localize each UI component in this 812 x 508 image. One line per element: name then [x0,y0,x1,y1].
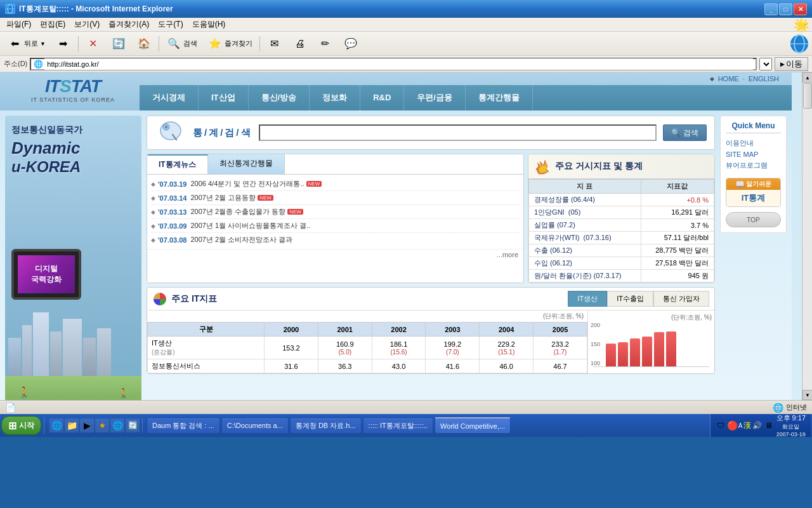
tab-latest-stats[interactable]: 최신통계간행물 [208,154,285,174]
quick-menu-area: Quick Menu 이용안내 SITE MAP 뷰어프로그램 📖 알기쉬운 I… [720,116,787,400]
site-header: ◆ HOME · ENGLISH 거시경제 IT산업 통신/방송 정보화 R&D… [0,72,792,110]
media-quick-launch[interactable]: ▶ [80,418,94,432]
table-row: 정보통신서비스 31.6 36.3 43.0 41.6 46.0 46.7 [148,359,587,373]
menu-favorites[interactable]: 즐겨찾기(A) [105,18,153,31]
task-daum[interactable]: Daum 통합 검색 : ... [147,417,220,434]
news-title[interactable]: 2007년 1월 사이버쇼핑몰통계조사 결.. [190,221,310,231]
menu-edit[interactable]: 편집(E) [36,18,69,31]
tab-telecom-subscribers[interactable]: 통신 가입자 [653,291,709,307]
it-index-tabs: IT생산 IT수출입 통신 가입자 [568,291,709,307]
nav-stats-pub[interactable]: 통계간행물 [466,85,533,110]
list-item: ◆ '07.03.13 2007년 2월종 수출입물가 동향 NEW [151,205,520,219]
stats-col-label: 지 표 [529,180,641,194]
news-title[interactable]: 2007년 2월 고용동향 [190,193,256,203]
task-stats-db[interactable]: 통계청 DB 자료.h... [290,417,362,434]
nav-it-industry[interactable]: IT산업 [199,85,249,110]
scroll-thumb[interactable] [803,83,812,109]
refresh-button[interactable]: 🔄 [107,34,131,53]
easy-content[interactable]: IT통계 [726,190,780,206]
taskbar-tasks: Daum 통합 검색 : ... C:\Documents a... 통계청 D… [144,417,513,434]
mail-button[interactable]: ✉ [263,34,287,53]
search-magnifier-icon: 🔍 [671,128,681,137]
menu-bar: 파일(F) 편집(E) 보기(V) 즐겨찾기(A) 도구(T) 도움말(H) 🌟 [0,18,812,32]
scroll-down-arrow[interactable]: ▼ [802,390,812,400]
address-dropdown[interactable] [759,58,772,70]
news-title[interactable]: 2006 4/4분기 및 연간 전자상거래통.. [190,179,304,189]
star-icon: ⭐ [207,36,223,51]
folder-quick-launch[interactable]: 📁 [65,418,79,432]
address-input[interactable] [44,58,753,70]
close-button[interactable]: ✕ [794,3,807,15]
menu-help[interactable]: 도움말(H) [188,18,230,31]
lang-indicator[interactable]: 🔴 A 漢 [727,420,751,431]
start-button[interactable]: ⊞ 시작 [1,416,41,435]
tab-it-trade[interactable]: IT수출입 [607,291,653,307]
nav-postal[interactable]: 우편/금융 [404,85,466,110]
table-row: IT생산(증감률) 153.2 160.9(5.0) 186.1(15.6) 1… [148,337,587,359]
menu-file[interactable]: 파일(F) [3,18,35,31]
task-documents[interactable]: C:\Documents a... [221,417,289,434]
stats-section: 주요 거시지표 및 통계 지 표 지표값 경제성장률 (06.4/4)+0.8 … [528,154,715,283]
edit-button[interactable]: ✏ [313,34,337,53]
stop-button[interactable]: ✕ [81,34,105,53]
search-box: 통/계/검/색 🔍 검색 [147,116,715,150]
table-row: 원/달러 환율(기준) (07.3.17)945 원 [529,270,714,283]
discuss-button[interactable]: 💬 [339,34,363,53]
nav-info[interactable]: 정보화 [310,85,360,110]
scrollbar[interactable]: ▲ ▼ [802,72,812,400]
it-table: 구분 2000 2001 2002 2003 2004 2005 [147,322,587,373]
it-chart-area: (단위:조원, %) 200 150 100 [587,311,714,373]
tab-it-production[interactable]: IT생산 [568,291,607,307]
lang-button[interactable]: A [738,422,743,429]
stats-icon [534,157,551,175]
list-item: ◆ '07.03.19 2006 4/4분기 및 연간 전자상거래통.. NEW [151,177,520,191]
menu-tools[interactable]: 도구(T) [154,18,187,31]
task-itstat[interactable]: ::::: IT통계포탈:::::.. [363,417,434,434]
search-box-icon [155,120,187,145]
discuss-icon: 💬 [343,36,358,51]
search-toolbar-button[interactable]: 🔍 검색 [162,34,202,53]
news-title[interactable]: 2007년 2월 소비자전망조사 결과 [190,235,292,244]
it-table-wrap: (단위:조원, %) 구분 2000 2001 2002 2003 [147,311,587,373]
search-input[interactable] [259,124,657,141]
stats-title: 주요 거시지표 및 통계 [555,161,643,172]
nav-rd[interactable]: R&D [360,85,404,110]
top-button[interactable]: TOP [726,212,781,227]
stop-icon: ✕ [86,36,101,51]
window-title: IT통계포탈::::: - Microsoft Internet Explore… [19,4,764,15]
back-button[interactable]: ⬅ 뒤로 ▼ [3,34,50,53]
menu-view[interactable]: 보기(V) [70,18,103,31]
print-button[interactable]: 🖨 [288,34,312,53]
favorites-toolbar-button[interactable]: ⭐ 즐겨찾기 [203,34,257,53]
edit-icon: ✏ [318,36,333,51]
home-button[interactable]: 🏠 [132,34,156,53]
logo-area: ITSTAT IT STATISTICS OF KOREA [6,76,140,103]
go-button[interactable]: ▶ 이동 [775,57,808,71]
news-title[interactable]: 2007년 2월종 수출입물가 동향 [190,207,285,217]
sync-quick-launch[interactable]: 🔄 [126,418,140,432]
tab-it-news[interactable]: IT통계뉴스 [147,154,208,174]
more-link[interactable]: ...more [147,249,523,260]
qm-link-guide[interactable]: 이용안내 [726,137,781,149]
minimize-button[interactable]: _ [764,3,778,15]
volume-tray-icon[interactable]: 🔊 [752,420,763,431]
ie2-quick-launch[interactable]: 🌐 [110,418,124,432]
new-badge: NEW [306,181,322,187]
qm-link-sitemap[interactable]: SITE MAP [726,149,781,159]
search-button[interactable]: 🔍 검색 [663,124,707,141]
nav-telecom[interactable]: 통신/방송 [249,85,310,110]
ie-quick-launch[interactable]: 🌐 [49,418,63,432]
scroll-up-arrow[interactable]: ▲ [802,72,812,83]
forward-button[interactable]: ➡ [51,34,75,53]
qm-link-viewer[interactable]: 뷰어프로그램 [726,159,781,171]
table-row: 수출 (06.12)28,775 백만 달러 [529,244,714,257]
star-quick-launch[interactable]: ★ [95,418,109,432]
nav-macroeconomy[interactable]: 거시경제 [140,85,199,110]
task-world-competitive[interactable]: World Competitive,... [435,417,511,434]
svg-point-6 [160,122,181,140]
left-text3: u-KOREA [11,158,135,176]
stats-header: 주요 거시지표 및 통계 [528,154,714,179]
maximize-button[interactable]: □ [779,3,792,15]
back-icon: ⬅ [7,36,22,51]
window-controls[interactable]: _ □ ✕ [764,3,807,15]
